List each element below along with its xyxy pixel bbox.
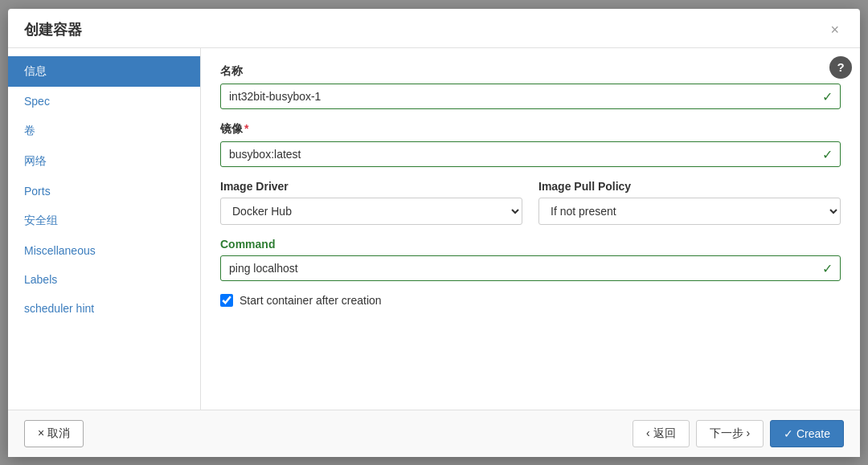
image-driver-select[interactable]: Docker Hub Glance bbox=[220, 198, 522, 225]
help-button[interactable]: ? bbox=[829, 56, 852, 79]
name-field-group: 名称 ✓ bbox=[220, 64, 841, 109]
sidebar-item-security[interactable]: 安全组 bbox=[8, 206, 200, 236]
next-button[interactable]: 下一步 › bbox=[696, 420, 764, 447]
back-button[interactable]: ‹ 返回 bbox=[633, 420, 690, 447]
image-pull-policy-select[interactable]: If not present Always Never bbox=[538, 198, 841, 225]
sidebar-item-volume[interactable]: 卷 bbox=[8, 116, 200, 146]
image-check-icon: ✓ bbox=[822, 146, 833, 161]
start-container-checkbox[interactable] bbox=[220, 294, 233, 307]
image-input[interactable] bbox=[220, 141, 841, 167]
modal-header: 创建容器 × bbox=[8, 9, 860, 48]
image-input-wrapper: ✓ bbox=[220, 141, 841, 167]
name-input[interactable] bbox=[220, 84, 841, 109]
command-input[interactable] bbox=[220, 255, 841, 281]
modal-overlay: 创建容器 × 信息 Spec 卷 网络 Ports 安全组 Miscellane… bbox=[0, 0, 868, 465]
create-container-modal: 创建容器 × 信息 Spec 卷 网络 Ports 安全组 Miscellane… bbox=[8, 9, 860, 457]
command-check-icon: ✓ bbox=[822, 260, 833, 275]
image-field-group: 镜像* ✓ bbox=[220, 122, 841, 167]
sidebar-item-info[interactable]: 信息 bbox=[8, 56, 200, 87]
driver-policy-row: Image Driver Docker Hub Glance Image Pul… bbox=[220, 180, 841, 225]
image-label: 镜像* bbox=[220, 122, 841, 137]
modal-title: 创建容器 bbox=[24, 20, 82, 39]
footer-right: ‹ 返回 下一步 › ✓ Create bbox=[633, 420, 844, 447]
command-input-wrapper: ✓ bbox=[220, 255, 841, 281]
sidebar-item-network[interactable]: 网络 bbox=[8, 146, 200, 177]
modal-footer: × 取消 ‹ 返回 下一步 › ✓ Create bbox=[8, 410, 860, 457]
create-button[interactable]: ✓ Create bbox=[770, 420, 844, 447]
main-content: ? 名称 ✓ 镜像* ✓ bbox=[201, 48, 860, 410]
name-input-wrapper: ✓ bbox=[220, 84, 841, 109]
image-driver-label: Image Driver bbox=[220, 180, 522, 193]
cancel-button[interactable]: × 取消 bbox=[24, 420, 84, 447]
sidebar-item-ports[interactable]: Ports bbox=[8, 177, 200, 206]
close-button[interactable]: × bbox=[825, 21, 844, 39]
start-container-row: Start container after creation bbox=[220, 294, 841, 307]
image-pull-policy-group: Image Pull Policy If not present Always … bbox=[538, 180, 841, 225]
image-driver-group: Image Driver Docker Hub Glance bbox=[220, 180, 522, 225]
command-field-group: Command ✓ bbox=[220, 238, 841, 281]
sidebar: 信息 Spec 卷 网络 Ports 安全组 Miscellaneous Lab… bbox=[8, 48, 201, 410]
modal-body: 信息 Spec 卷 网络 Ports 安全组 Miscellaneous Lab… bbox=[8, 48, 860, 410]
sidebar-item-labels[interactable]: Labels bbox=[8, 265, 200, 294]
sidebar-item-miscellaneous[interactable]: Miscellaneous bbox=[8, 236, 200, 265]
name-check-icon: ✓ bbox=[822, 88, 833, 104]
image-pull-policy-label: Image Pull Policy bbox=[538, 180, 841, 193]
start-container-label: Start container after creation bbox=[240, 294, 382, 307]
name-label: 名称 bbox=[220, 64, 841, 79]
sidebar-item-spec[interactable]: Spec bbox=[8, 87, 200, 116]
command-label: Command bbox=[220, 238, 841, 251]
footer-left: × 取消 bbox=[24, 420, 84, 447]
sidebar-item-scheduler[interactable]: scheduler hint bbox=[8, 294, 200, 323]
